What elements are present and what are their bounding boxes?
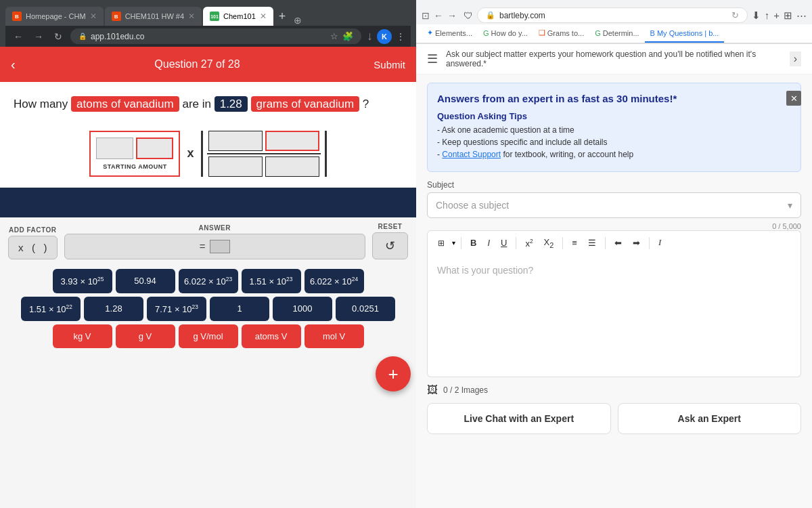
reset-button[interactable]: ↺ (372, 232, 408, 259)
image-count-label: 0 / 2 Images (443, 385, 488, 395)
right-toolbar-icons: ⬇ ↑ + ⊞ ⋯ (752, 9, 807, 22)
close-button[interactable]: ✕ (786, 91, 801, 106)
tab-close-chem101[interactable]: ✕ (260, 12, 267, 21)
shield-icon[interactable]: 🛡 (464, 10, 473, 21)
num-btn-1000[interactable]: 1000 (273, 297, 332, 321)
num-btn-mol-v[interactable]: mol V (304, 324, 364, 348)
sidebar-toggle-icon[interactable]: ⊡ (422, 10, 430, 21)
toolbar-dropdown-icon[interactable]: ▾ (452, 239, 455, 247)
starting-input-right[interactable] (136, 137, 173, 159)
sub-tab-determin[interactable]: G Determin... (589, 24, 644, 43)
left-arrow-icon[interactable]: ← (434, 10, 443, 21)
num-btn-50-94[interactable]: 50.94 (116, 269, 175, 293)
answer-button[interactable]: = (64, 234, 366, 259)
ordered-list-button[interactable]: ☰ (585, 236, 600, 250)
align-right-button[interactable]: ➡ (629, 236, 644, 250)
tab-close-homepage[interactable]: ✕ (90, 12, 97, 21)
table-icon-button[interactable]: ⊞ (434, 236, 448, 250)
bold-button[interactable]: B (467, 236, 480, 250)
num-btn-g-v[interactable]: g V (116, 324, 175, 348)
right-address-bar[interactable]: 🔒 bartleby.com ↻ (477, 7, 748, 23)
add-factor-button[interactable]: x ( ) (8, 236, 58, 259)
num-btn-0-0251[interactable]: 0.0251 (336, 297, 395, 321)
back-nav-button[interactable]: ← (11, 30, 26, 43)
sub-tab-grams-to[interactable]: ❑ Grams to... (533, 24, 589, 43)
right-reload-icon[interactable]: ↻ (731, 10, 739, 20)
num-row-2: 1.51 × 1022 1.28 7.71 × 1023 1 1000 0.02… (5, 297, 411, 321)
right-menu-icon[interactable]: ⋯ (796, 9, 807, 22)
italic-button[interactable]: I (484, 236, 493, 250)
editor-toolbar: ⊞ ▾ B I U x2 X2 ≡ ☰ ⬅ ➡ I (427, 230, 801, 255)
star-icon[interactable]: ☆ (330, 31, 338, 41)
ask-expert-button[interactable]: Ask an Expert (618, 403, 802, 434)
menu-icon[interactable]: ⋮ (396, 31, 405, 42)
reset-group: RESET ↺ (372, 223, 408, 259)
multiply-symbol: x (187, 146, 194, 161)
bartleby-sub-tabs: ✦ Elements... G How do y... ❑ Grams to..… (416, 24, 812, 43)
sub-tab-my-questions[interactable]: B My Questions | b... (645, 24, 725, 43)
how-do-y-favicon: G (483, 29, 489, 37)
unordered-list-button[interactable]: ≡ (568, 236, 581, 250)
right-grid-icon[interactable]: ⊞ (784, 9, 792, 22)
top-bar-text: Ask our subject matter experts your home… (446, 49, 782, 68)
num-btn-1-51e23[interactable]: 1.51 × 1023 (242, 269, 301, 293)
live-chat-button[interactable]: Live Chat with an Expert (427, 403, 611, 434)
subject-dropdown[interactable]: Choose a subject ▾ (427, 192, 801, 218)
right-arrow-icon[interactable]: → (447, 10, 457, 21)
num-btn-atoms-v[interactable]: atoms V (242, 324, 301, 348)
forward-nav-button[interactable]: → (31, 30, 46, 43)
num-btn-1-51e22[interactable]: 1.51 × 1022 (21, 297, 81, 321)
tab-chem101-hw[interactable]: B CHEM101 HW #4 ✕ (105, 7, 202, 26)
browser-toolbar-right: ↓ K ⋮ (367, 29, 405, 44)
starting-input-left[interactable] (96, 137, 133, 159)
contact-support-link[interactable]: Contact Support (442, 150, 501, 159)
reset-label: RESET (372, 223, 408, 230)
num-btn-1[interactable]: 1 (210, 297, 269, 321)
right-download-icon[interactable]: ⬇ (752, 9, 761, 22)
download-icon[interactable]: ↓ (367, 29, 373, 43)
num-btn-6-022e23[interactable]: 6.022 × 1023 (179, 269, 238, 293)
underline-button[interactable]: U (497, 236, 510, 250)
frac-numerator-left[interactable] (208, 131, 263, 151)
new-tab-button[interactable]: + (275, 7, 290, 26)
address-bar-left[interactable]: 🔒 app.101edu.co ☆ 🧩 (70, 28, 361, 44)
frac-denominator-right[interactable] (265, 156, 319, 177)
toolbar-separator-4 (605, 237, 606, 249)
num-btn-6-022e24[interactable]: 6.022 × 1024 (304, 269, 364, 293)
question-prefix: How many (14, 98, 68, 110)
right-share-icon[interactable]: ↑ (765, 9, 770, 21)
image-icon[interactable]: 🖼 (427, 384, 438, 396)
fab-button[interactable]: + (376, 356, 411, 391)
num-btn-g-v-mol[interactable]: g V/mol (179, 324, 238, 348)
clear-format-button[interactable]: I (655, 235, 664, 251)
hamburger-icon[interactable]: ☰ (427, 51, 438, 66)
num-btn-kg-v[interactable]: kg V (53, 324, 112, 348)
sub-tab-elements[interactable]: ✦ Elements... (422, 24, 478, 43)
back-button[interactable]: ‹ (11, 57, 16, 72)
num-btn-3-93e25[interactable]: 3.93 × 1025 (53, 269, 112, 293)
frac-numerator-right[interactable] (265, 131, 319, 151)
lock-icon: 🔒 (78, 33, 87, 40)
tab-homepage[interactable]: B Homepage - CHM ✕ (5, 7, 104, 26)
num-btn-7-71e23[interactable]: 7.71 × 1023 (147, 297, 206, 321)
frac-denominator-left[interactable] (208, 156, 263, 177)
tab-chem101[interactable]: 101 Chem101 ✕ (203, 7, 273, 26)
align-left-button[interactable]: ⬅ (611, 236, 625, 250)
tip-2: - Keep questions specific and include al… (437, 137, 791, 147)
num-btn-1-28[interactable]: 1.28 (84, 297, 143, 321)
sub-tab-how-do-y[interactable]: G How do y... (478, 24, 533, 43)
subscript-button[interactable]: X2 (541, 235, 558, 251)
reload-nav-button[interactable]: ↻ (51, 30, 65, 43)
right-add-tab-icon[interactable]: + (773, 9, 780, 21)
question-suffix: ? (363, 98, 369, 110)
tab-close-chem101-hw[interactable]: ✕ (188, 12, 195, 21)
profile-avatar[interactable]: K (377, 29, 392, 44)
elements-favicon: ✦ (427, 28, 433, 37)
extension-icon[interactable]: 🧩 (342, 31, 353, 41)
char-count: 0 / 5,000 (427, 222, 801, 230)
submit-button[interactable]: Submit (374, 59, 405, 70)
superscript-button[interactable]: x2 (522, 236, 536, 251)
question-input-area[interactable]: What is your question? (427, 255, 801, 377)
expand-right-icon[interactable]: › (790, 51, 801, 66)
tab-settings-icon[interactable]: ⊕ (294, 15, 302, 26)
